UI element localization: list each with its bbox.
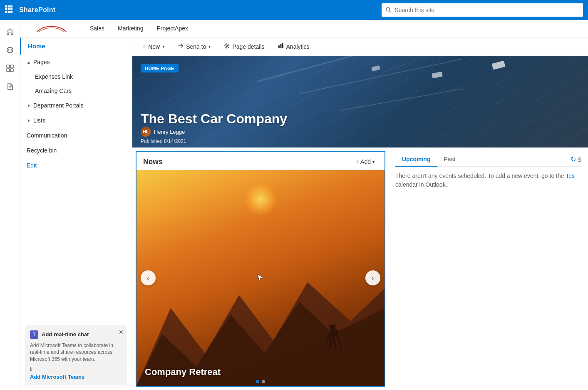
send-icon — [178, 43, 184, 50]
hero-background — [132, 56, 588, 148]
pages-chevron-icon: ▲ — [27, 60, 31, 65]
tab-upcoming[interactable]: Upcoming — [395, 152, 437, 167]
svg-rect-16 — [7, 69, 10, 72]
sidebar-dept-portals-header[interactable]: ▼ Department Portals — [20, 98, 132, 113]
add-teams-link[interactable]: Add Microsoft Teams — [30, 374, 122, 380]
svg-rect-3 — [5, 8, 7, 10]
news-panel: News + Add ▾ — [136, 151, 385, 387]
close-card-button[interactable]: ✕ — [119, 329, 124, 335]
svg-rect-4 — [8, 8, 10, 10]
carousel-dot-2[interactable] — [262, 380, 265, 383]
new-chevron-icon: ▾ — [162, 44, 164, 49]
svg-rect-7 — [8, 11, 10, 13]
card-title: T Add real-time chat — [30, 330, 122, 339]
sidebar-lists-section: ▼ Lists — [20, 113, 132, 128]
tab-marketing[interactable]: Marketing — [111, 20, 150, 38]
sidebar-home[interactable]: Home — [20, 38, 132, 55]
dept-chevron-icon: ▼ — [27, 103, 31, 108]
sidebar-communication[interactable]: Communication — [20, 128, 132, 143]
news-carousel: Company Retreat ‹ › — [136, 170, 385, 386]
gear-icon — [224, 43, 230, 50]
hiker-silhouette — [322, 321, 343, 363]
svg-rect-23 — [282, 43, 283, 48]
news-add-button[interactable]: + Add ▾ — [352, 157, 378, 167]
document-rail-icon[interactable] — [2, 78, 18, 95]
svg-rect-17 — [10, 69, 13, 72]
info-icon: ℹ — [30, 366, 122, 372]
svg-line-30 — [334, 337, 335, 348]
bottom-panels: News + Add ▾ — [132, 148, 588, 390]
hero-badge: HOME PAGE — [141, 64, 179, 72]
events-empty-text: There aren't any events scheduled. To ad… — [395, 172, 581, 189]
plus-icon: + — [142, 43, 146, 50]
events-panel: Upcoming Past ↻ S There aren't any event… — [389, 148, 588, 390]
calendar-link[interactable]: Tes — [566, 172, 575, 179]
add-chevron-icon: ▾ — [372, 160, 375, 164]
carousel-dot-1[interactable] — [256, 380, 259, 383]
card-body: Add Microsoft Teams to collaborate in re… — [30, 342, 122, 363]
top-bar: SharePoint — [0, 0, 588, 20]
sidebar: Home ▲ Pages Expenses Link Amazing Cars … — [20, 38, 132, 390]
author-name: Henry Legge — [154, 129, 185, 135]
tab-past[interactable]: Past — [437, 152, 462, 167]
svg-rect-2 — [10, 5, 12, 8]
svg-point-9 — [386, 8, 390, 11]
sidebar-edit[interactable]: Edit — [20, 158, 132, 173]
search-bar[interactable] — [382, 3, 583, 17]
news-title: News — [143, 158, 163, 166]
hero-title: The Best Car Company — [141, 111, 287, 127]
carousel-caption: Company Retreat — [145, 367, 221, 378]
sidebar-recycle-bin[interactable]: Recycle bin — [20, 143, 132, 158]
tabs-bar: Sales Marketing ProjectApex — [20, 20, 588, 38]
svg-rect-15 — [10, 65, 13, 68]
svg-rect-21 — [278, 45, 280, 48]
globe-rail-icon[interactable] — [2, 42, 18, 58]
hero-published-date: Published 8/14/2021 — [141, 138, 186, 144]
tab-project-apex[interactable]: ProjectApex — [150, 20, 195, 38]
sidebar-pages-header[interactable]: ▲ Pages — [20, 55, 132, 70]
site-logo — [27, 21, 77, 36]
refresh-button[interactable]: ↻ — [571, 155, 576, 163]
teams-icon: T — [30, 330, 38, 339]
sidebar-dept-portals-section: ▼ Department Portals — [20, 98, 132, 113]
svg-line-34 — [339, 339, 341, 350]
svg-point-28 — [329, 325, 336, 328]
carousel-next-button[interactable]: › — [365, 270, 380, 285]
svg-point-20 — [226, 45, 228, 47]
carousel-dots — [256, 380, 265, 383]
svg-rect-22 — [280, 44, 281, 48]
hero-section: HOME PAGE The Best Car Company HL Henry … — [132, 56, 588, 148]
search-icon — [386, 7, 391, 13]
svg-rect-33 — [334, 330, 338, 336]
home-rail-icon[interactable] — [2, 23, 18, 40]
svg-line-29 — [330, 337, 331, 348]
command-bar: + New ▾ Send to ▾ — [132, 38, 588, 56]
carousel-prev-button[interactable]: ‹ — [141, 270, 156, 285]
tab-sales[interactable]: Sales — [83, 20, 111, 38]
svg-line-31 — [327, 333, 330, 340]
send-to-chevron-icon: ▾ — [208, 44, 211, 49]
svg-rect-6 — [5, 11, 7, 13]
sidebar-item-amazing-cars[interactable]: Amazing Cars — [20, 84, 132, 98]
svg-rect-8 — [10, 11, 12, 13]
sidebar-lists-header[interactable]: ▼ Lists — [20, 113, 132, 128]
lists-chevron-icon: ▼ — [27, 118, 31, 123]
news-plus-icon: + — [355, 158, 359, 165]
analytics-button[interactable]: Analytics — [275, 41, 313, 52]
sharepoint-title: SharePoint — [19, 6, 55, 14]
waffle-icon[interactable] — [5, 5, 12, 15]
sidebar-item-expenses-link[interactable]: Expenses Link — [20, 70, 132, 84]
main-layout: Home ▲ Pages Expenses Link Amazing Cars … — [20, 38, 588, 390]
news-header: News + Add ▾ — [136, 152, 385, 170]
events-tabs: Upcoming Past ↻ S — [395, 152, 581, 167]
grid-rail-icon[interactable] — [2, 60, 18, 77]
content-area: + New ▾ Send to ▾ — [132, 38, 588, 390]
svg-line-10 — [390, 11, 391, 12]
left-rail — [0, 20, 20, 390]
hero-author: HL Henry Legge — [141, 127, 185, 137]
analytics-icon — [278, 43, 284, 50]
send-to-button[interactable]: Send to ▾ — [174, 41, 214, 52]
page-details-button[interactable]: Page details — [221, 41, 268, 52]
search-input[interactable] — [394, 7, 579, 13]
new-button[interactable]: + New ▾ — [139, 42, 168, 52]
